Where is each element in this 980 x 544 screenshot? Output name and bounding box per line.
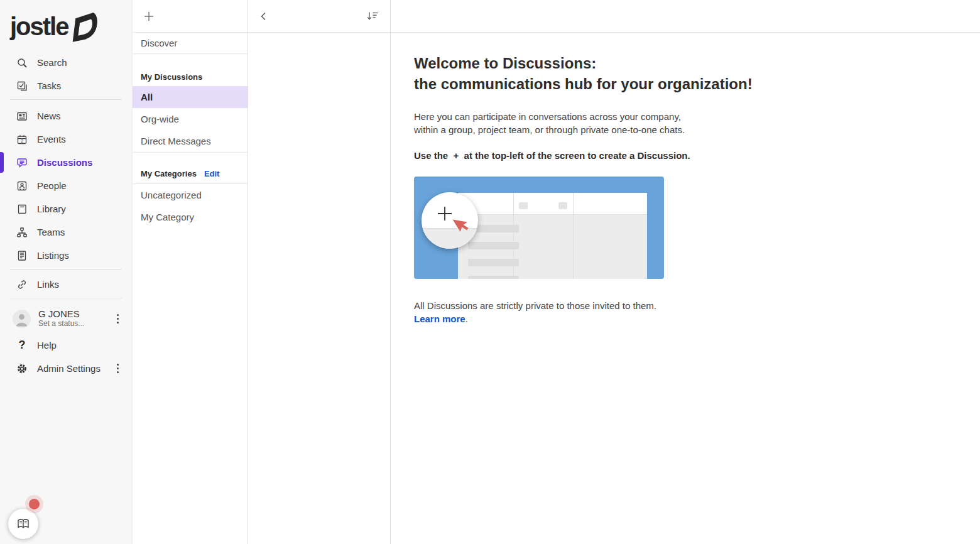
sidebar-item-help[interactable]: ? Help: [0, 334, 132, 357]
active-indicator: [0, 152, 4, 173]
discussions-nav-panel: Discover My Discussions All Org-wide Dir…: [133, 0, 248, 544]
links-icon: [15, 278, 29, 291]
sidebar-item-label: News: [37, 111, 61, 121]
events-icon: 2: [15, 133, 29, 146]
privacy-note: All Discussions are strictly private to …: [414, 300, 664, 325]
sidebar-item-label: Events: [37, 134, 66, 144]
sidebar-item-tasks[interactable]: Tasks: [0, 74, 132, 97]
mini-ui-bar: [468, 276, 519, 279]
sidebar-item-label: Help: [37, 340, 57, 351]
open-book-icon: [15, 516, 31, 531]
sidebar-item-news[interactable]: News: [0, 104, 132, 128]
mini-ui-bar: [468, 259, 519, 266]
sidebar-nav: Search Tasks: [0, 44, 132, 380]
sidebar-item-search[interactable]: Search: [0, 51, 132, 74]
listings-icon: [15, 249, 29, 263]
sidebar-divider: [10, 298, 122, 298]
sidebar-item-listings[interactable]: Listings: [0, 244, 132, 267]
set-status-link[interactable]: Set a status...: [38, 319, 104, 329]
help-icon: ?: [15, 339, 29, 352]
filter-direct-messages[interactable]: Direct Messages: [133, 130, 248, 152]
privacy-period: .: [466, 313, 468, 324]
sidebar-item-label: Library: [37, 204, 66, 214]
sidebar-divider: [10, 99, 122, 100]
discover-item[interactable]: Discover: [133, 33, 248, 54]
teams-icon: [15, 226, 29, 239]
my-categories-title: My Categories Edit: [133, 168, 248, 184]
mini-ui-divider: [573, 193, 574, 279]
main-header: [391, 0, 980, 33]
avatar[interactable]: [13, 310, 31, 328]
category-my-category[interactable]: My Category: [133, 206, 248, 228]
cursor-arrow-icon: [449, 215, 473, 241]
filter-all[interactable]: All: [133, 86, 248, 108]
logo-text: jostle: [10, 11, 68, 41]
back-button[interactable]: [258, 11, 270, 22]
sidebar-item-discussions[interactable]: Discussions: [0, 151, 132, 174]
discussions-nav-header: [133, 0, 248, 33]
jostle-d-mark-icon: [70, 11, 98, 42]
sidebar-item-events[interactable]: 2 Events: [0, 128, 132, 151]
user-meta: G JONES Set a status...: [38, 308, 104, 329]
user-menu-kebab-icon[interactable]: [112, 312, 123, 325]
sidebar-item-label: Admin Settings: [37, 363, 101, 374]
instruction-text: Use the + at the top-left of the screen …: [414, 150, 955, 161]
mini-ui-square: [558, 202, 567, 209]
sidebar-item-admin-settings[interactable]: Admin Settings: [0, 357, 132, 380]
news-icon: [15, 109, 29, 123]
my-categories-list: Uncategorized My Category: [133, 184, 248, 228]
edit-categories-link[interactable]: Edit: [204, 168, 220, 179]
sidebar-item-label: Discussions: [37, 157, 92, 168]
search-icon: [15, 56, 29, 70]
user-profile[interactable]: G JONES Set a status...: [0, 303, 132, 334]
filter-org-wide[interactable]: Org-wide: [133, 108, 248, 130]
discussions-icon: [15, 156, 29, 170]
whats-new-button[interactable]: [8, 509, 38, 539]
sidebar-item-label: Tasks: [37, 80, 61, 91]
sort-button[interactable]: [366, 11, 380, 21]
sidebar: jostle Search: [0, 0, 133, 544]
library-icon: [15, 202, 29, 216]
welcome-content: Welcome to Discussions: the communicatio…: [391, 33, 980, 325]
page-title: Welcome to Discussions: the communicatio…: [414, 53, 955, 94]
notification-dot: [29, 499, 40, 509]
sidebar-item-links[interactable]: Links: [0, 273, 132, 296]
jostle-logo[interactable]: jostle: [0, 0, 132, 44]
discover-label: Discover: [141, 38, 177, 48]
sidebar-item-label: Teams: [37, 227, 65, 237]
mini-ui-square: [519, 202, 528, 209]
app-window: jostle Search: [0, 0, 980, 544]
sidebar-item-teams[interactable]: Teams: [0, 220, 132, 244]
people-icon: [15, 179, 29, 193]
svg-text:2: 2: [21, 138, 23, 143]
create-discussion-illustration: [414, 177, 664, 279]
sidebar-item-label: Search: [37, 57, 67, 68]
sidebar-item-people[interactable]: People: [0, 174, 132, 197]
intro-text: Here you can participate in conversation…: [414, 111, 955, 136]
thread-list-header: [248, 0, 390, 33]
plus-icon: [143, 11, 155, 22]
mini-ui-header: [458, 193, 647, 215]
gear-icon: [15, 362, 29, 376]
category-uncategorized[interactable]: Uncategorized: [133, 184, 248, 206]
user-name: G JONES: [38, 308, 104, 319]
learn-more-link[interactable]: Learn more: [414, 313, 466, 324]
my-discussions-title: My Discussions: [133, 72, 248, 82]
admin-menu-kebab-icon[interactable]: [112, 362, 123, 376]
chevron-left-icon: [258, 11, 270, 22]
sidebar-item-label: Listings: [37, 250, 69, 261]
mini-ui-mockup: [458, 193, 647, 279]
my-discussions-list: All Org-wide Direct Messages: [133, 86, 248, 153]
sort-descending-icon: [366, 11, 380, 21]
sidebar-item-label: People: [37, 180, 67, 191]
create-discussion-button[interactable]: [143, 11, 155, 22]
sidebar-divider: [10, 269, 122, 269]
sidebar-item-label: Links: [37, 279, 59, 290]
mini-ui-bar: [468, 242, 519, 249]
tasks-icon: [15, 79, 29, 93]
privacy-text: All Discussions are strictly private to …: [414, 300, 656, 311]
main-panel: Welcome to Discussions: the communicatio…: [391, 0, 980, 544]
thread-list-panel: [248, 0, 391, 544]
sidebar-item-library[interactable]: Library: [0, 197, 132, 220]
